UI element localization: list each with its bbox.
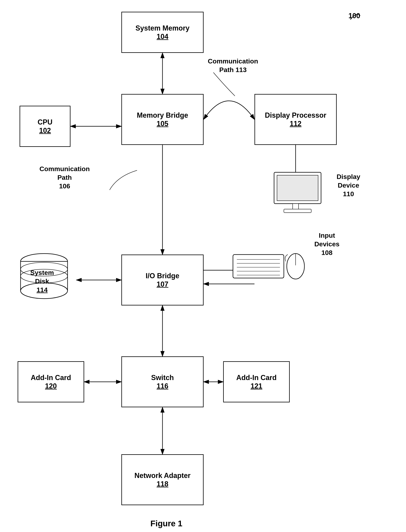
network-adapter-label: Network Adapter bbox=[134, 471, 191, 480]
switch-box: Switch 116 bbox=[121, 356, 203, 407]
add-in-card-121-box: Add-In Card 121 bbox=[223, 361, 290, 402]
system-memory-label: System Memory bbox=[136, 24, 189, 32]
io-bridge-label: I/O Bridge bbox=[146, 272, 179, 280]
cpu-box: CPU 102 bbox=[20, 106, 71, 147]
add-in-card-121-label: Add-In Card bbox=[236, 373, 277, 382]
svg-rect-19 bbox=[233, 255, 284, 278]
comm-path-106-annotation: CommunicationPath106 bbox=[39, 164, 90, 190]
comm-path-113-annotation: Communication Path 113 bbox=[208, 57, 258, 74]
display-processor-label: Display Processor bbox=[265, 111, 326, 119]
switch-number: 116 bbox=[157, 382, 168, 390]
memory-bridge-number: 105 bbox=[157, 120, 168, 128]
network-adapter-box: Network Adapter 118 bbox=[121, 454, 203, 505]
network-adapter-number: 118 bbox=[157, 480, 168, 488]
svg-rect-18 bbox=[284, 209, 311, 213]
svg-rect-16 bbox=[277, 175, 318, 201]
add-in-card-121-number: 121 bbox=[251, 382, 262, 390]
add-in-card-120-label: Add-In Card bbox=[31, 373, 71, 382]
system-disk-label: SystemDisk114 bbox=[21, 268, 64, 294]
io-bridge-box: I/O Bridge 107 bbox=[121, 255, 203, 306]
display-device-icon bbox=[270, 170, 325, 218]
cpu-label: CPU bbox=[38, 118, 52, 126]
memory-bridge-box: Memory Bridge 105 bbox=[121, 94, 203, 145]
add-in-card-120-number: 120 bbox=[45, 382, 57, 390]
system-memory-number: 104 bbox=[157, 32, 168, 41]
figure-label: Figure 1 bbox=[137, 519, 196, 528]
system-memory-box: System Memory 104 bbox=[121, 12, 203, 53]
switch-label: Switch bbox=[151, 373, 174, 382]
svg-rect-17 bbox=[293, 204, 298, 210]
input-devices-icon bbox=[231, 247, 305, 287]
ref-100-label: 100 bbox=[348, 12, 360, 20]
add-in-card-120-box: Add-In Card 120 bbox=[18, 361, 84, 402]
display-processor-box: Display Processor 112 bbox=[254, 94, 337, 145]
cpu-number: 102 bbox=[39, 126, 51, 135]
io-bridge-number: 107 bbox=[157, 280, 168, 288]
input-devices-svg bbox=[231, 247, 305, 286]
display-processor-number: 112 bbox=[290, 120, 301, 128]
monitor-svg bbox=[270, 170, 325, 217]
memory-bridge-label: Memory Bridge bbox=[137, 111, 188, 119]
diagram: 100 bbox=[0, 0, 406, 532]
input-devices-label: Input Devices108 bbox=[305, 231, 348, 257]
display-device-label: DisplayDevice110 bbox=[329, 172, 368, 198]
